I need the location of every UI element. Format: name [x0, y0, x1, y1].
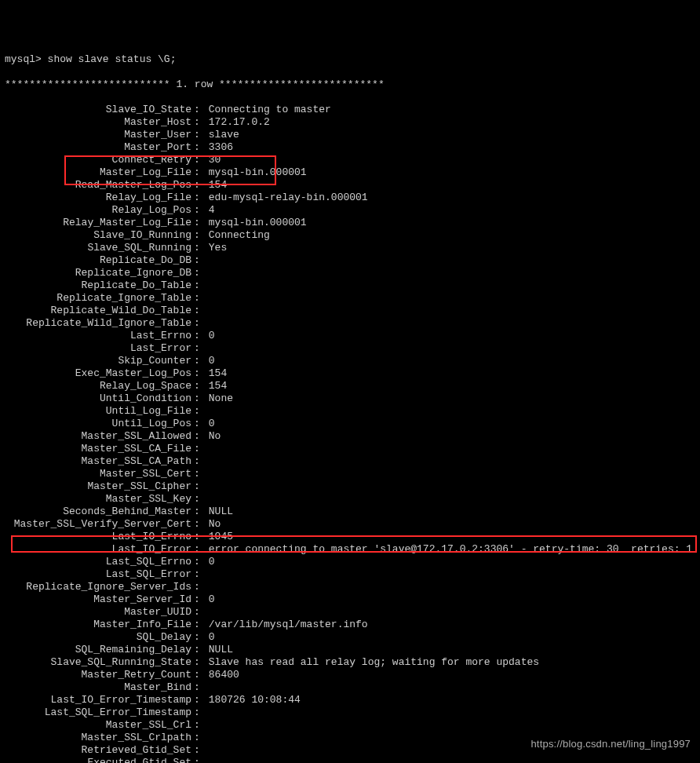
- row-label: Master_User: [5, 129, 191, 141]
- status-row-relay_log_pos: Relay_Log_Pos: 4: [5, 204, 695, 217]
- status-row-master_log_file: Master_Log_File: mysql-bin.000001: [5, 166, 695, 179]
- row-value: [202, 744, 209, 756]
- status-row-last_sql_error: Last_SQL_Error:: [5, 568, 695, 581]
- row-label: Replicate_Wild_Do_Table: [5, 305, 191, 317]
- status-row-master_ssl_key: Master_SSL_Key:: [5, 493, 695, 506]
- status-row-master_info_file: Master_Info_File: /var/lib/mysql/master.…: [5, 619, 695, 631]
- status-row-relay_master_log_file: Relay_Master_Log_File: mysql-bin.000001: [5, 217, 695, 229]
- row-value: 0: [202, 330, 215, 341]
- row-sep: :: [191, 480, 202, 493]
- row-sep: :: [191, 242, 202, 254]
- status-row-executed_gtid_set: Executed_Gtid_Set:: [5, 757, 695, 763]
- status-row-exec_master_log_pos: Exec_Master_Log_Pos: 154: [5, 367, 695, 380]
- status-row-replicate_do_table: Replicate_Do_Table:: [5, 279, 695, 292]
- row-label: Master_Retry_Count: [5, 669, 191, 681]
- status-row-slave_sql_running_state: Slave_SQL_Running_State: Slave has read …: [5, 656, 695, 669]
- row-value: [202, 493, 209, 505]
- row-label: Replicate_Ignore_Server_Ids: [5, 581, 191, 593]
- row-value: NULL: [202, 506, 233, 517]
- row-value: Slave has read all relay log; waiting fo…: [202, 656, 539, 668]
- row-label: Replicate_Ignore_DB: [5, 267, 191, 279]
- status-row-master_host: Master_Host: 172.17.0.2: [5, 116, 695, 129]
- row-value: 30: [202, 154, 221, 166]
- row-sep: :: [191, 418, 202, 430]
- row-label: Seconds_Behind_Master: [5, 506, 191, 518]
- status-row-sql_delay: SQL_Delay: 0: [5, 631, 695, 644]
- row-sep: :: [191, 669, 202, 681]
- row-value: 0: [202, 355, 215, 367]
- row-sep: :: [191, 656, 202, 669]
- row-sep: :: [191, 267, 202, 279]
- row-label: Last_SQL_Error: [5, 568, 191, 581]
- row-label: Master_SSL_Key: [5, 493, 191, 506]
- status-row-until_log_pos: Until_Log_Pos: 0: [5, 418, 695, 430]
- row-value: [202, 317, 209, 329]
- row-value: [202, 681, 209, 693]
- status-row-master_retry_count: Master_Retry_Count: 86400: [5, 669, 695, 681]
- status-row-master_ssl_allowed: Master_SSL_Allowed: No: [5, 430, 695, 443]
- status-row-relay_log_file: Relay_Log_File: edu-mysql-relay-bin.0000…: [5, 192, 695, 204]
- status-row-replicate_ignore_table: Replicate_Ignore_Table:: [5, 292, 695, 305]
- row-value: 1045: [202, 531, 233, 542]
- row-value: [202, 606, 209, 618]
- row-sep: :: [191, 192, 202, 204]
- row-label: Executed_Gtid_Set: [5, 757, 191, 763]
- row-sep: :: [191, 392, 202, 405]
- row-label: Master_Info_File: [5, 619, 191, 631]
- row-label: SQL_Remaining_Delay: [5, 644, 191, 656]
- row-sep: :: [191, 581, 202, 593]
- row-value: edu-mysql-relay-bin.000001: [202, 192, 368, 203]
- status-row-master_uuid: Master_UUID:: [5, 606, 695, 619]
- row-sep: :: [191, 706, 202, 719]
- row-value: Connecting: [202, 229, 270, 241]
- status-row-slave_io_running: Slave_IO_Running: Connecting: [5, 229, 695, 242]
- status-row-until_condition: Until_Condition: None: [5, 392, 695, 405]
- status-row-relay_log_space: Relay_Log_Space: 154: [5, 380, 695, 392]
- row-sep: :: [191, 141, 202, 154]
- status-row-slave_io_state: Slave_IO_State: Connecting to master: [5, 104, 695, 116]
- row-sep: :: [191, 644, 202, 656]
- row-label: Exec_Master_Log_Pos: [5, 367, 191, 380]
- row-value: [202, 267, 209, 279]
- row-value: [202, 719, 209, 731]
- row-sep: :: [191, 317, 202, 330]
- row-value: [202, 443, 209, 455]
- status-row-master_ssl_ca_path: Master_SSL_CA_Path:: [5, 455, 695, 468]
- row-sep: :: [191, 719, 202, 732]
- row-value: 0: [202, 556, 215, 568]
- status-row-last_io_errno: Last_IO_Errno: 1045: [5, 531, 695, 543]
- row-label: Master_Bind: [5, 681, 191, 694]
- row-sep: :: [191, 405, 202, 418]
- row-sep: :: [191, 116, 202, 129]
- row-label: Master_SSL_Cipher: [5, 480, 191, 493]
- row-sep: :: [191, 455, 202, 468]
- row-label: Relay_Log_Space: [5, 380, 191, 392]
- row-sep: :: [191, 292, 202, 305]
- row-sep: :: [191, 380, 202, 392]
- row-value: [202, 254, 209, 266]
- status-row-replicate_ignore_db: Replicate_Ignore_DB:: [5, 267, 695, 279]
- status-rows: Slave_IO_State: Connecting to masterMast…: [5, 104, 695, 763]
- row-sep: :: [191, 430, 202, 443]
- status-row-sql_remaining_delay: SQL_Remaining_Delay: NULL: [5, 644, 695, 656]
- row-value: [202, 305, 209, 316]
- row-value: [202, 292, 209, 304]
- row-sep: :: [191, 104, 202, 116]
- row-value: 172.17.0.2: [202, 116, 270, 128]
- row-label: Last_SQL_Error_Timestamp: [5, 706, 191, 719]
- status-row-last_io_error_timestamp: Last_IO_Error_Timestamp: 180726 10:08:44: [5, 694, 695, 706]
- watermark: https://blog.csdn.net/ling_ling1997: [530, 738, 691, 750]
- status-row-last_errno: Last_Errno: 0: [5, 330, 695, 342]
- result-header: *************************** 1. row *****…: [5, 78, 695, 91]
- row-label: Last_IO_Error_Timestamp: [5, 694, 191, 706]
- row-sep: :: [191, 129, 202, 141]
- row-label: Master_Port: [5, 141, 191, 154]
- row-sep: :: [191, 606, 202, 619]
- row-label: Skip_Counter: [5, 355, 191, 367]
- row-sep: :: [191, 179, 202, 192]
- row-label: Relay_Log_Pos: [5, 204, 191, 217]
- row-value: [202, 468, 209, 480]
- status-row-slave_sql_running: Slave_SQL_Running: Yes: [5, 242, 695, 254]
- row-label: Relay_Master_Log_File: [5, 217, 191, 229]
- status-row-replicate_wild_ignore_table: Replicate_Wild_Ignore_Table:: [5, 317, 695, 330]
